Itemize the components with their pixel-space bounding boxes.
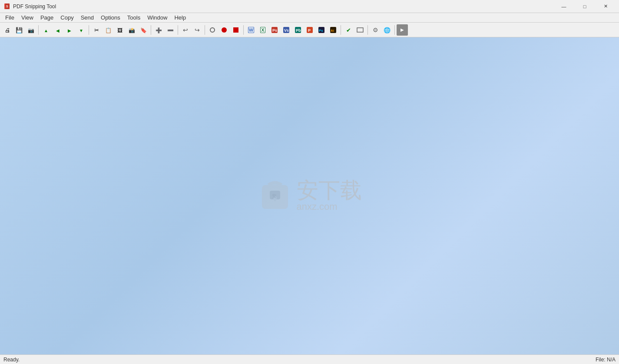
nav-arrow-button[interactable]: ▶ xyxy=(397,24,408,36)
svg-text:S: S xyxy=(6,5,8,8)
menu-help[interactable]: Help xyxy=(171,13,189,22)
svg-rect-18 xyxy=(357,28,363,32)
menu-window[interactable]: Window xyxy=(144,13,171,22)
bookmark-button[interactable] xyxy=(138,24,149,36)
menu-bar: File View Page Copy Send Options Tools W… xyxy=(0,13,619,23)
watermark-english: anxz.com xyxy=(297,201,338,212)
snap2-button[interactable] xyxy=(126,24,137,36)
print-button[interactable] xyxy=(2,24,13,36)
watermark: 安 安下载 anxz.com xyxy=(258,179,362,213)
bookmark-icon xyxy=(140,26,147,33)
zoom-out-icon xyxy=(167,26,174,33)
save-icon xyxy=(16,26,23,33)
status-bar: Ready. File: N/A xyxy=(0,354,619,364)
pub-button[interactable]: P xyxy=(304,24,315,36)
nav-arrow-icon: ▶ xyxy=(401,27,404,32)
nav-right-button[interactable] xyxy=(64,24,75,36)
rec1-button[interactable] xyxy=(207,24,218,36)
watermark-text: 安下载 anxz.com xyxy=(297,179,362,212)
excel-button[interactable]: X xyxy=(257,24,268,36)
menu-tools[interactable]: Tools xyxy=(124,13,144,22)
window-title: PDF Snipping Tool xyxy=(13,3,554,10)
nav-up-button[interactable] xyxy=(40,24,52,36)
minimize-button[interactable]: — xyxy=(554,0,574,13)
toolbar-separator-9 xyxy=(394,25,395,35)
svg-point-3 xyxy=(210,28,215,32)
redo-icon xyxy=(195,26,200,33)
watermark-icon: 安 xyxy=(258,179,292,213)
rect-button[interactable] xyxy=(354,24,366,36)
img-icon xyxy=(117,26,122,33)
copy-img-button[interactable] xyxy=(103,24,114,36)
nav-left-button[interactable] xyxy=(52,24,63,36)
menu-copy[interactable]: Copy xyxy=(57,13,77,22)
illustrator-icon: Ai xyxy=(330,26,337,33)
menu-view[interactable]: View xyxy=(18,13,37,22)
window-controls: — □ ✕ xyxy=(554,0,616,13)
zoom-out-button[interactable] xyxy=(165,24,176,36)
svg-text:安: 安 xyxy=(271,194,276,199)
svg-text:Ai: Ai xyxy=(331,29,334,33)
title-bar: S PDF Snipping Tool — □ ✕ xyxy=(0,0,619,13)
svg-text:Ps: Ps xyxy=(319,29,323,33)
redo-button[interactable] xyxy=(192,24,203,36)
toolbar-separator-1 xyxy=(38,25,39,35)
ai-button[interactable]: Ai xyxy=(328,24,339,36)
menu-options[interactable]: Options xyxy=(97,13,124,22)
left-icon xyxy=(56,26,60,33)
nav-down-button[interactable] xyxy=(76,24,87,36)
svg-rect-20 xyxy=(270,191,280,199)
toolbar-separator-3 xyxy=(151,25,151,35)
visio-button[interactable]: Vs xyxy=(281,24,292,36)
up-icon xyxy=(44,26,48,33)
menu-send[interactable]: Send xyxy=(77,13,97,22)
rect-icon xyxy=(357,27,364,33)
stop-icon xyxy=(233,27,239,33)
undo-button[interactable] xyxy=(180,24,191,36)
word-icon: W xyxy=(248,27,254,33)
status-text-left: Ready. xyxy=(3,357,20,363)
settings-icon xyxy=(373,26,378,33)
excel-icon: X xyxy=(260,27,265,33)
down-icon xyxy=(79,26,83,33)
zoom-in-icon xyxy=(156,26,162,33)
svg-text:Pb: Pb xyxy=(296,28,301,33)
pub-icon: P xyxy=(306,26,313,33)
check-button[interactable] xyxy=(343,24,354,36)
svg-rect-5 xyxy=(233,27,238,33)
main-content-area: 安 安下载 anxz.com xyxy=(0,37,619,354)
toolbar-separator-4 xyxy=(178,25,178,35)
word-button[interactable]: W xyxy=(245,24,257,36)
cut-icon xyxy=(94,26,99,33)
menu-page[interactable]: Page xyxy=(37,13,57,22)
zoom-in-button[interactable] xyxy=(153,24,164,36)
rec2-button[interactable] xyxy=(218,24,230,36)
ps-button[interactable]: Ps xyxy=(269,24,280,36)
psh-button[interactable]: Ps xyxy=(316,24,327,36)
toolbar-separator-8 xyxy=(367,25,368,35)
toolbar-separator-5 xyxy=(205,25,205,35)
print-icon xyxy=(5,26,10,33)
copy-icon xyxy=(105,26,112,33)
close-button[interactable]: ✕ xyxy=(596,0,616,13)
save-button[interactable] xyxy=(13,24,25,36)
menu-file[interactable]: File xyxy=(2,13,18,22)
pp-button[interactable]: Pb xyxy=(292,24,304,36)
img-button[interactable] xyxy=(114,24,126,36)
maximize-button[interactable]: □ xyxy=(575,0,595,13)
record-ring-icon xyxy=(209,27,215,33)
watermark-chinese: 安下载 xyxy=(297,179,362,201)
cut-button[interactable] xyxy=(91,24,102,36)
snap-button[interactable] xyxy=(25,24,36,36)
svg-text:Vs: Vs xyxy=(284,28,289,33)
web-button[interactable] xyxy=(381,24,393,36)
status-text-right: File: N/A xyxy=(596,357,616,363)
toolbar: W X Ps Vs Pb P Ps Ai xyxy=(0,23,619,37)
publisher-icon: Pb xyxy=(295,26,301,33)
svg-text:Ps: Ps xyxy=(272,28,277,33)
undo-icon xyxy=(183,26,188,33)
record-red-icon xyxy=(221,27,227,33)
right-icon xyxy=(68,26,71,33)
settings-button[interactable] xyxy=(370,24,381,36)
stop-button[interactable] xyxy=(230,24,242,36)
